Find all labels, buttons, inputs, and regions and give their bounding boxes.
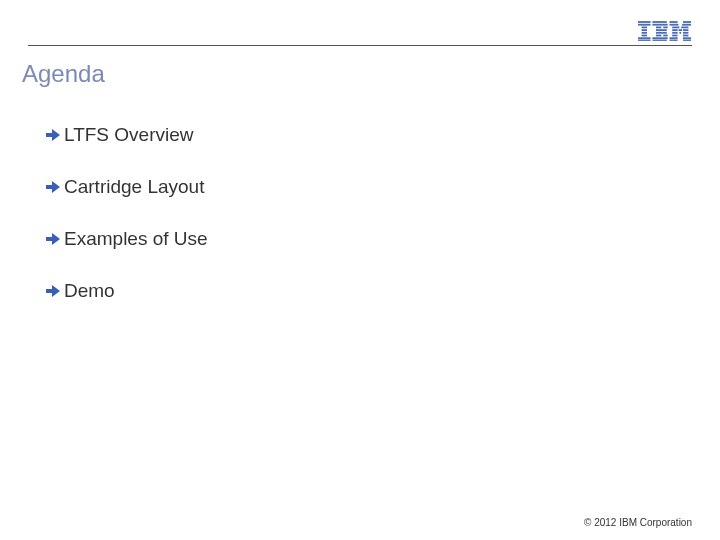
list-item-label: Demo xyxy=(64,280,115,302)
svg-rect-32 xyxy=(670,37,678,39)
header-bar xyxy=(28,18,692,46)
svg-rect-3 xyxy=(642,29,647,31)
svg-rect-6 xyxy=(638,37,651,39)
svg-rect-28 xyxy=(679,32,681,34)
svg-rect-5 xyxy=(642,35,647,37)
svg-rect-13 xyxy=(656,32,667,34)
svg-rect-7 xyxy=(638,40,651,41)
svg-rect-8 xyxy=(652,21,666,23)
svg-rect-33 xyxy=(683,37,691,39)
list-item-label: Cartridge Layout xyxy=(64,176,204,198)
svg-rect-22 xyxy=(672,27,679,29)
svg-rect-27 xyxy=(672,32,677,34)
copyright-footer: © 2012 IBM Corporation xyxy=(584,517,692,528)
svg-rect-24 xyxy=(672,29,677,31)
arrow-right-icon xyxy=(44,230,62,248)
list-item: Examples of Use xyxy=(44,228,692,250)
svg-rect-14 xyxy=(656,35,661,37)
svg-rect-23 xyxy=(681,27,688,29)
svg-rect-17 xyxy=(652,40,666,41)
svg-rect-31 xyxy=(683,35,688,37)
svg-rect-2 xyxy=(642,27,647,29)
svg-rect-0 xyxy=(638,21,651,23)
svg-rect-20 xyxy=(670,24,679,26)
svg-rect-34 xyxy=(670,40,678,41)
svg-rect-26 xyxy=(683,29,688,31)
svg-rect-11 xyxy=(663,27,668,29)
agenda-list: LTFS Overview Cartridge Layout Examples … xyxy=(44,124,692,302)
svg-rect-30 xyxy=(672,35,677,37)
list-item: Demo xyxy=(44,280,692,302)
list-item: LTFS Overview xyxy=(44,124,692,146)
page-title: Agenda xyxy=(22,60,692,88)
list-item: Cartridge Layout xyxy=(44,176,692,198)
svg-rect-25 xyxy=(679,29,683,31)
svg-rect-9 xyxy=(652,24,667,26)
svg-rect-18 xyxy=(670,21,678,23)
ibm-logo xyxy=(638,21,692,41)
arrow-right-icon xyxy=(44,282,62,300)
arrow-right-icon xyxy=(44,178,62,196)
svg-rect-10 xyxy=(656,27,661,29)
svg-rect-1 xyxy=(638,24,651,26)
svg-rect-29 xyxy=(683,32,688,34)
svg-rect-16 xyxy=(652,37,667,39)
svg-rect-4 xyxy=(642,32,647,34)
svg-rect-21 xyxy=(682,24,691,26)
slide: Agenda LTFS Overview Cartridge Layout Ex… xyxy=(0,0,720,540)
list-item-label: LTFS Overview xyxy=(64,124,194,146)
svg-rect-12 xyxy=(656,29,667,31)
svg-rect-15 xyxy=(663,35,668,37)
svg-rect-35 xyxy=(683,40,691,41)
arrow-right-icon xyxy=(44,126,62,144)
list-item-label: Examples of Use xyxy=(64,228,208,250)
svg-rect-19 xyxy=(683,21,691,23)
